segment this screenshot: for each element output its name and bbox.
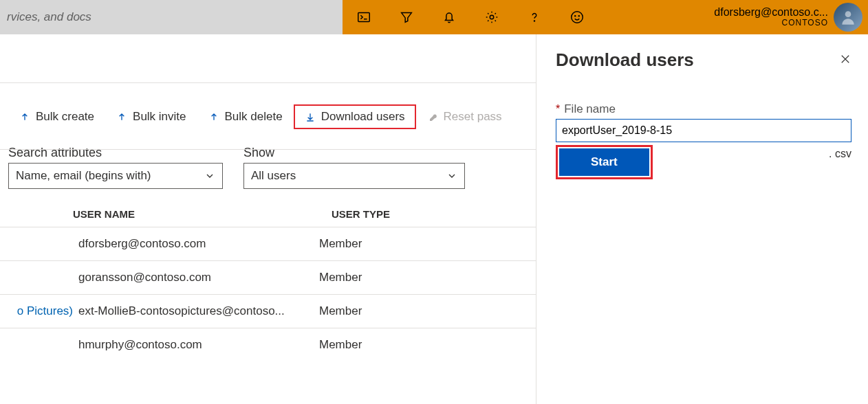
file-name-label: File name [564, 102, 616, 115]
cell-user-name: dforsberg@contoso.com [78, 237, 319, 251]
svg-point-6 [845, 11, 851, 17]
filter-search-label: Search attributes [8, 146, 223, 160]
top-icon-strip [343, 0, 598, 34]
close-panel-button[interactable] [839, 53, 851, 68]
chevron-down-icon [204, 170, 215, 181]
cell-user-type: Member [319, 271, 561, 284]
table-row[interactable]: o Pictures)ext-MollieB-contosopictures@c… [0, 294, 561, 328]
panel-header: Download users [556, 49, 851, 71]
avatar[interactable] [834, 3, 862, 32]
svg-point-1 [490, 15, 494, 19]
table-row[interactable]: hmurphy@contoso.comMember [0, 328, 561, 361]
account-texts: dforsberg@contoso.c... CONTOSO [714, 6, 828, 28]
svg-point-4 [575, 16, 576, 16]
chevron-down-icon [446, 170, 457, 181]
cell-user-type: Member [319, 237, 561, 251]
bulk-invite-button[interactable]: Bulk invite [105, 104, 197, 129]
upload-icon [116, 111, 127, 122]
file-ext: . csv [660, 148, 851, 160]
file-name-input[interactable] [556, 119, 851, 142]
file-name-field: *File name Start . csv [556, 102, 851, 179]
help-icon[interactable] [513, 0, 556, 34]
filter-show: Show All users [243, 146, 465, 189]
key-icon [427, 111, 438, 122]
account-area[interactable]: dforsberg@contoso.c... CONTOSO [706, 0, 868, 34]
bulk-create-button[interactable]: Bulk create [8, 104, 105, 129]
upload-icon [19, 111, 30, 122]
global-search-input[interactable] [0, 8, 343, 27]
account-tenant: CONTOSO [714, 19, 828, 28]
bulk-invite-label: Bulk invite [133, 110, 186, 124]
notifications-icon[interactable] [428, 0, 470, 34]
cell-user-name: goransson@contoso.com [78, 271, 319, 284]
directory-filter-icon[interactable] [385, 0, 428, 34]
settings-icon[interactable] [470, 0, 513, 34]
cell-user-name: ext-MollieB-contosopictures@contoso... [78, 304, 319, 318]
show-value: All users [251, 169, 296, 183]
cell-user-type: Member [319, 338, 561, 352]
cloud-shell-icon[interactable] [343, 0, 385, 34]
cell-user-name: hmurphy@contoso.com [78, 338, 319, 352]
upload-icon [208, 111, 219, 122]
filter-show-label: Show [243, 146, 465, 160]
content-area: Bulk create Bulk invite Bulk delete Down… [0, 34, 868, 404]
col-user-name[interactable]: USER NAME [73, 208, 332, 220]
start-button-highlight: Start [556, 145, 653, 179]
users-table: USER NAME USER TYPE dforsberg@contoso.co… [0, 204, 561, 361]
svg-rect-0 [358, 13, 370, 22]
svg-point-5 [578, 16, 579, 16]
panel-title: Download users [556, 49, 694, 71]
row-prefix: o Pictures) [0, 304, 78, 318]
download-users-button[interactable]: Download users [294, 104, 416, 129]
close-icon [839, 53, 851, 65]
top-bar: dforsberg@contoso.c... CONTOSO [0, 0, 868, 34]
bulk-delete-label: Bulk delete [225, 110, 283, 124]
reset-password-label: Reset pass [444, 110, 502, 124]
bulk-create-label: Bulk create [36, 110, 94, 124]
table-row[interactable]: goransson@contoso.comMember [0, 260, 561, 294]
show-select[interactable]: All users [243, 163, 465, 189]
file-name-label-row: *File name [556, 102, 851, 116]
download-users-panel: Download users *File name Start . csv [536, 34, 868, 404]
cell-user-type: Member [319, 304, 561, 318]
svg-point-2 [534, 21, 534, 21]
search-attr-value: Name, email (begins with) [16, 169, 151, 183]
search-attr-select[interactable]: Name, email (begins with) [8, 163, 223, 189]
feedback-icon[interactable] [556, 0, 598, 34]
table-header: USER NAME USER TYPE [0, 204, 561, 227]
start-button[interactable]: Start [559, 148, 649, 176]
svg-point-3 [572, 12, 583, 23]
bulk-delete-button[interactable]: Bulk delete [197, 104, 294, 129]
account-email: dforsberg@contoso.c... [714, 6, 828, 19]
download-users-label: Download users [321, 110, 405, 124]
download-icon [305, 111, 316, 122]
filter-search-attr: Search attributes Name, email (begins wi… [8, 146, 223, 189]
search-wrap [0, 0, 343, 34]
col-user-type[interactable]: USER TYPE [332, 208, 561, 220]
table-row[interactable]: dforsberg@contoso.comMember [0, 227, 561, 260]
required-asterisk: * [556, 103, 560, 115]
reset-password-button: Reset pass [416, 104, 513, 129]
